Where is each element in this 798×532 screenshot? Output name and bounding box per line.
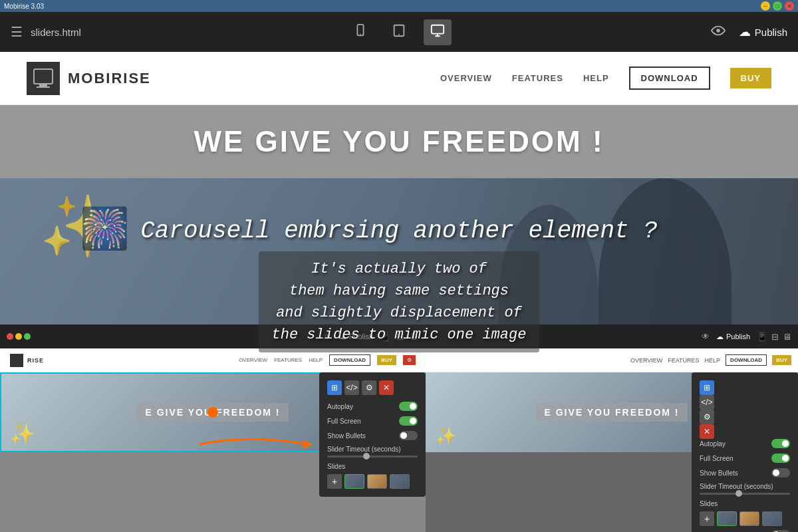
carousel-desc: It's actually two of them having same se… (259, 251, 540, 352)
svg-point-3 (398, 34, 400, 35)
timer-slider-thumb-left[interactable] (363, 453, 370, 460)
fullscreen-row-left: Full Screen (327, 416, 418, 426)
window-close-button[interactable]: ✕ (785, 1, 794, 11)
panel-icon-delete[interactable]: ✕ (379, 380, 394, 395)
carousel-title: Carousell embrsing another element ? (140, 217, 658, 245)
autoplay-toggle-left[interactable] (399, 402, 418, 411)
nav-buy-button[interactable]: BUY (730, 68, 771, 88)
canvas-area: MOBIRISE OVERVIEW FEATURES HELP DOWNLOAD… (0, 52, 798, 532)
desktop-device-icon[interactable] (424, 19, 452, 45)
fullscreen-label-left: Full Screen (327, 418, 361, 425)
panel-icon-code-right[interactable]: </> (700, 395, 714, 410)
panel-icon-delete-right[interactable]: ✕ (700, 424, 714, 439)
autoplay-row-left: Autoplay (327, 402, 418, 411)
mini-headline-right: E GIVE YOU FREEDOM ! (536, 403, 687, 422)
panel-icon-code[interactable]: </> (344, 380, 359, 395)
window-title-text: Mobirise 3.03 (4, 3, 44, 10)
site-logo-area: MOBIRISE (27, 62, 151, 95)
slide-thumb-3-left[interactable] (390, 474, 410, 489)
site-logo-icon (27, 62, 60, 95)
mobile-device-icon[interactable] (346, 19, 374, 45)
window-title-bar: Mobirise 3.03 ─ □ ✕ (0, 0, 798, 12)
top-bar-center (346, 19, 452, 45)
headline-text: WE GIVE YOU FREEDOM ! (194, 125, 604, 158)
window-controls: ─ □ ✕ (761, 1, 794, 11)
svg-rect-9 (37, 86, 50, 88)
tablet-device-icon[interactable] (385, 19, 413, 45)
timer-label-left: Slider Timeout (seconds) (327, 446, 418, 453)
panel-header-left: ⊞ </> ⚙ ✕ (327, 380, 418, 395)
slide-thumb-3-right[interactable] (762, 511, 782, 526)
cloud-icon: ☁ (739, 25, 751, 39)
slides-label-left: Slides (327, 463, 418, 470)
nav-link-help[interactable]: HELP (583, 73, 609, 83)
timer-label-right: Slider Timeout (seconds) (700, 483, 790, 490)
carousel-desc-line1: It's actually two of (311, 261, 487, 277)
top-bar: ☰ sliders.html ☁ Publish (0, 12, 798, 52)
top-bar-right: ☁ Publish (711, 23, 787, 41)
bullets-row-right: Show Bullets (700, 468, 790, 477)
carousel-desc-line4: the slides to mimic one image (272, 327, 527, 343)
carousel-desc-line2: them having same settings (289, 283, 509, 299)
svg-rect-8 (39, 84, 47, 86)
fullscreen-label-right: Full Screen (700, 455, 733, 462)
slides-row-left: + (327, 474, 418, 489)
svg-point-5 (716, 29, 720, 33)
panel-icon-layout[interactable]: ⊞ (327, 380, 342, 395)
nav-link-features[interactable]: FEATURES (512, 73, 563, 83)
svg-rect-4 (432, 25, 444, 33)
bullets-row-left: Show Bullets (327, 431, 418, 440)
site-brand-name: MOBIRISE (68, 70, 151, 87)
hero-area: WE GIVE YOU FREEDOM ! ✨ 🎆 Carousell embr… (0, 105, 798, 532)
slide-thumb-1-right[interactable] (717, 511, 737, 526)
website-preview: MOBIRISE OVERVIEW FEATURES HELP DOWNLOAD… (0, 52, 798, 532)
nav-link-overview[interactable]: OVERVIEW (440, 73, 492, 83)
window-restore-button[interactable]: □ (773, 1, 782, 11)
autoplay-row-right: Autoplay (700, 439, 790, 448)
fullscreen-toggle-right[interactable] (771, 454, 790, 463)
bullets-label-right: Show Bullets (700, 469, 738, 477)
headline-bar: WE GIVE YOU FREEDOM ! (0, 105, 798, 178)
hamburger-icon[interactable]: ☰ (11, 24, 23, 40)
mini-sparkle-right: ✨ (436, 426, 456, 446)
fullscreen-toggle-left[interactable] (399, 416, 418, 426)
settings-panel-left: ⊞ </> ⚙ ✕ Autoplay Full Screen (319, 372, 426, 497)
bullets-toggle-right[interactable] (771, 468, 790, 477)
bullets-toggle-left[interactable] (399, 431, 418, 440)
timer-slider-right[interactable] (700, 493, 790, 495)
top-bar-left: ☰ sliders.html (11, 24, 81, 40)
slides-row-right: + (700, 511, 790, 526)
publish-button[interactable]: ☁ Publish (739, 25, 787, 39)
autoplay-label-left: Autoplay (327, 403, 353, 410)
timer-slider-thumb-right[interactable] (735, 490, 742, 497)
carousel-desc-line3: and slightly displacement of (276, 305, 522, 321)
panel-icon-layout-right[interactable]: ⊞ (700, 380, 714, 395)
site-nav: MOBIRISE OVERVIEW FEATURES HELP DOWNLOAD… (0, 52, 798, 105)
settings-panel-right: ⊞ </> ⚙ ✕ Autoplay Full Screen (692, 372, 798, 532)
slides-label-right: Slides (700, 500, 790, 507)
autoplay-toggle-right[interactable] (771, 439, 790, 448)
window-minimize-button[interactable]: ─ (761, 1, 770, 11)
publish-label: Publish (755, 27, 787, 38)
bg-image-area: ✨ 🎆 Carousell embrsing another element ?… (0, 178, 798, 391)
slide-thumb-2-right[interactable] (739, 511, 759, 526)
add-slide-button-right[interactable]: + (700, 511, 714, 526)
bullets-label-left: Show Bullets (327, 432, 366, 440)
overlay-text-area: Carousell embrsing another element ? It'… (0, 178, 798, 391)
add-slide-button-left[interactable]: + (327, 474, 342, 489)
file-name: sliders.html (31, 27, 81, 38)
nav-download-button[interactable]: DOWNLOAD (629, 66, 710, 90)
preview-icon[interactable] (711, 23, 726, 41)
orange-dot (207, 407, 218, 418)
panel-header-right: ⊞ </> ⚙ ✕ (700, 380, 790, 439)
slide-thumb-1-left[interactable] (344, 474, 364, 489)
autoplay-label-right: Autoplay (700, 440, 726, 448)
site-nav-links: OVERVIEW FEATURES HELP DOWNLOAD BUY (440, 66, 771, 90)
panel-icon-settings-right[interactable]: ⚙ (700, 410, 714, 424)
slide-thumb-2-left[interactable] (367, 474, 387, 489)
fullscreen-row-right: Full Screen (700, 454, 790, 463)
svg-point-1 (360, 33, 361, 35)
timer-slider-left[interactable] (327, 456, 418, 458)
panel-icon-settings[interactable]: ⚙ (362, 380, 376, 395)
